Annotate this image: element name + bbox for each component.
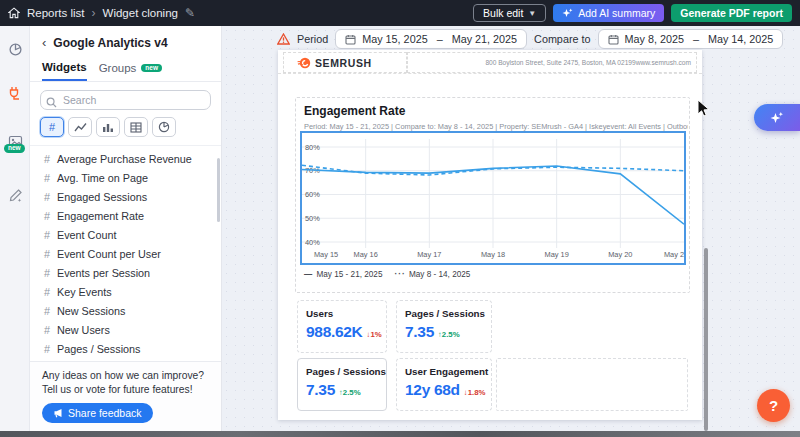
widget-list-item-label: Engagement Rate: [57, 210, 144, 222]
widget-list-item[interactable]: #New Sessions: [30, 301, 221, 320]
sidebar-tabs: Widgets Groups new: [30, 54, 221, 82]
generate-pdf-label: Generate PDF report: [680, 7, 783, 19]
widget-list-item[interactable]: #Engagement Rate: [30, 206, 221, 225]
metric-value: 7.35: [405, 323, 434, 341]
svg-text:May 21: May 21: [664, 250, 684, 259]
widget-list-item[interactable]: #New Users: [30, 320, 221, 339]
empty-widget-slot[interactable]: [496, 358, 688, 411]
sidebar-scrollbar[interactable]: [217, 158, 220, 222]
period-label: Period: [297, 33, 328, 45]
bulk-edit-label: Bulk edit: [483, 7, 523, 19]
widget-type-pie-button[interactable]: [152, 117, 176, 137]
search-input[interactable]: [40, 90, 211, 110]
report-page: SEMRUSH 800 Boylston Street, Suite 2475,…: [278, 50, 702, 420]
breadcrumb-root[interactable]: Reports list: [27, 7, 85, 19]
rail-new-badge: new: [4, 144, 25, 153]
hash-icon: #: [44, 191, 50, 203]
widget-list-item-label: Pages / Sessions: [57, 343, 140, 355]
hash-icon: #: [44, 172, 50, 184]
widget-list-item[interactable]: #Avg. Time on Page: [30, 168, 221, 187]
hash-icon: #: [44, 229, 50, 241]
metric-delta: ↓1.8%: [464, 388, 486, 397]
widget-type-number-button[interactable]: #: [40, 117, 64, 137]
back-icon[interactable]: ‹: [42, 35, 46, 50]
tab-groups[interactable]: Groups new: [99, 59, 162, 80]
breadcrumb: Reports list › Widget cloning ✎: [8, 6, 195, 20]
left-icon-rail: new: [0, 26, 30, 431]
magic-pen-icon[interactable]: [0, 182, 30, 208]
report-address-block[interactable]: 800 Boylston Street, Suite 2475, Boston,…: [407, 52, 697, 73]
widget-type-table-button[interactable]: [124, 117, 148, 137]
svg-text:May 16: May 16: [354, 250, 378, 259]
tab-widgets[interactable]: Widgets: [42, 58, 87, 81]
sparkle-icon: [769, 110, 785, 126]
widget-list-item[interactable]: #Event Count: [30, 225, 221, 244]
sidebar-header: ‹ Google Analytics v4: [30, 26, 221, 54]
metric-label: Users: [306, 308, 378, 319]
period-range-field[interactable]: May 15, 2025 – May 21, 2025: [335, 29, 527, 49]
widget-list-item[interactable]: #Average Purchase Revenue: [30, 149, 221, 168]
svg-text:40%: 40%: [305, 238, 320, 247]
top-bar: Reports list › Widget cloning ✎ Bulk edi…: [0, 0, 800, 26]
legend-label: May 15 - 21, 2025: [316, 270, 382, 279]
widget-list-item[interactable]: #Events per Session: [30, 263, 221, 282]
add-ai-summary-button[interactable]: Add AI summary: [553, 4, 664, 22]
widget-list-item[interactable]: #Key Events: [30, 282, 221, 301]
engagement-rate-widget[interactable]: Engagement Rate Period: May 15 - 21, 202…: [295, 97, 690, 293]
widget-list-item[interactable]: #Engaged Sessions: [30, 187, 221, 206]
integrations-plug-icon[interactable]: [0, 80, 30, 106]
metric-card[interactable]: Pages / Sessions7.35↑2.5%: [396, 300, 492, 353]
generate-pdf-button[interactable]: Generate PDF report: [671, 4, 792, 22]
chevron-down-icon: ▼: [528, 9, 536, 18]
widget-list-item-label: Key Events: [57, 286, 112, 298]
window-bottom-edge: [0, 431, 800, 437]
warning-icon: [277, 33, 290, 45]
hash-icon: #: [44, 153, 50, 165]
reports-icon[interactable]: [0, 36, 30, 62]
canvas-scrollbar[interactable]: [704, 248, 708, 431]
svg-text:May 19: May 19: [545, 250, 569, 259]
svg-text:60%: 60%: [305, 190, 320, 199]
metric-card[interactable]: User Engagement12y 68d↓1.8%: [396, 358, 492, 411]
search-icon: [46, 94, 57, 112]
feedback-line1: Any ideas on how we can improve?: [42, 369, 209, 383]
svg-text:May 18: May 18: [481, 250, 505, 259]
widget-list-item[interactable]: #Pages / Sessions: [30, 339, 221, 358]
widget-type-bar-button[interactable]: [96, 117, 120, 137]
bulk-edit-button[interactable]: Bulk edit ▼: [473, 4, 546, 22]
brand-name: SEMRUSH: [315, 57, 372, 69]
widget-type-line-button[interactable]: [68, 117, 92, 137]
widget-list-item[interactable]: #Event Count per User: [30, 244, 221, 263]
topbar-actions: Bulk edit ▼ Add AI summary Generate PDF …: [473, 4, 792, 22]
search-wrap: [40, 90, 211, 110]
svg-text:80%: 80%: [305, 143, 320, 152]
rename-report-icon[interactable]: ✎: [185, 6, 195, 20]
breadcrumb-current: Widget cloning: [103, 7, 178, 19]
metric-delta: ↓1%: [367, 330, 382, 339]
widget-list: #Average Purchase Revenue#Avg. Time on P…: [30, 145, 221, 361]
report-logo-block[interactable]: SEMRUSH: [283, 52, 407, 73]
report-canvas: Period May 15, 2025 – May 21, 2025 Compa…: [222, 26, 800, 431]
widget-list-item-label: Events per Session: [57, 267, 150, 279]
tab-widgets-label: Widgets: [42, 61, 87, 73]
widget-list-item-label: New Users: [57, 324, 110, 336]
company-address: 800 Boylston Street, Suite 2475, Boston,…: [485, 59, 691, 66]
semrush-logo-icon: [297, 56, 311, 70]
widget-list-item[interactable]: #Purchase Revenue: [30, 358, 221, 361]
metric-value: 988.62K: [306, 323, 363, 341]
breadcrumb-separator-icon: ›: [92, 6, 96, 20]
help-label: ?: [769, 397, 778, 414]
legend-item: — May 15 - 21, 2025: [304, 270, 382, 279]
home-icon[interactable]: [8, 7, 20, 19]
compare-range-value: May 8, 2025 – May 14, 2025: [625, 33, 774, 45]
help-button[interactable]: ?: [757, 389, 790, 422]
metric-card[interactable]: Pages / Sessions7.35↑2.5%: [297, 358, 387, 411]
ai-assistant-fab[interactable]: [754, 104, 800, 131]
share-feedback-button[interactable]: Share feedback: [42, 403, 153, 423]
metric-delta: ↑2.5%: [438, 330, 460, 339]
compare-range-field[interactable]: May 8, 2025 – May 14, 2025: [598, 29, 784, 49]
metric-card[interactable]: Users988.62K↓1%: [297, 300, 387, 353]
engagement-rate-chart[interactable]: 80%70%60%50%40%May 15May 16May 17May 18M…: [300, 131, 686, 265]
header-divider: [278, 73, 702, 74]
add-ai-summary-label: Add AI summary: [578, 7, 655, 19]
